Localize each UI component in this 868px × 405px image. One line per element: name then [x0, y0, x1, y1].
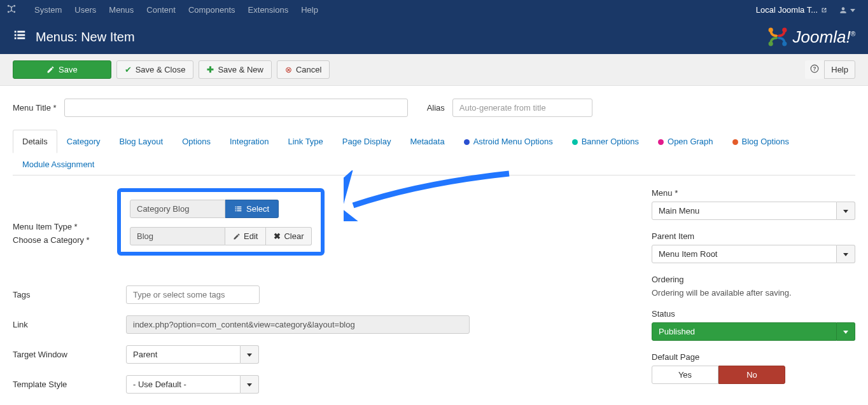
save-new-button[interactable]: ✚ Save & New: [199, 60, 272, 79]
menu-item-type-value: Category Blog: [130, 200, 225, 218]
cancel-icon: ⊗: [285, 65, 292, 74]
topnav-system[interactable]: System: [28, 5, 68, 15]
default-no-option[interactable]: No: [718, 366, 785, 384]
question-icon: ?: [810, 64, 819, 73]
tab-banner[interactable]: Banner Options: [563, 130, 648, 153]
save-label: Save: [59, 65, 78, 74]
cancel-label: Cancel: [296, 65, 321, 74]
title-alias-row: Menu Title * Alias: [13, 99, 855, 117]
svg-point-5: [782, 28, 787, 32]
page-title: Menus: New Item: [36, 30, 135, 45]
tab-metadata[interactable]: Metadata: [400, 130, 454, 153]
tab-banner-label: Banner Options: [582, 137, 639, 146]
tab-astroid-label: Astroid Menu Options: [473, 137, 553, 146]
tab-details[interactable]: Details: [13, 130, 57, 153]
chevron-down-icon: [850, 5, 855, 15]
svg-point-7: [782, 41, 787, 46]
alias-input[interactable]: [452, 99, 592, 117]
tab-blog-options-label: Blog Options: [742, 137, 789, 146]
save-new-label: Save & New: [218, 65, 263, 74]
tab-integration[interactable]: Integration: [220, 130, 278, 153]
tab-category[interactable]: Category: [57, 130, 110, 153]
user-icon: [839, 6, 848, 15]
help-icon-button[interactable]: ?: [805, 60, 824, 79]
edit-category-button[interactable]: Edit: [225, 227, 266, 245]
select-type-button[interactable]: Select: [225, 200, 279, 218]
target-window-value: Parent: [126, 345, 241, 364]
user-menu-dropdown[interactable]: [832, 5, 862, 15]
help-button[interactable]: Help: [824, 60, 855, 79]
topnav-content[interactable]: Content: [140, 5, 182, 15]
main-content: Menu Title * Alias Details Category Blog…: [0, 86, 868, 405]
template-style-label: Template Style: [13, 380, 126, 389]
joomla-brand: Joomla!®: [766, 25, 855, 48]
edit-label: Edit: [244, 231, 258, 241]
tags-input[interactable]: [130, 287, 255, 302]
pencil-icon: [233, 233, 241, 240]
clear-label: Clear: [284, 231, 304, 241]
topnav-extensions[interactable]: Extensions: [242, 5, 295, 15]
default-yes-option[interactable]: Yes: [652, 366, 718, 384]
x-icon: ✖: [274, 231, 281, 241]
svg-point-6: [768, 41, 773, 46]
link-value: index.php?option=com_content&view=catego…: [126, 315, 470, 334]
topnav-users[interactable]: Users: [68, 5, 102, 15]
topnav-help[interactable]: Help: [295, 5, 325, 15]
save-close-button[interactable]: ✔ Save & Close: [116, 60, 194, 79]
highlight-annotation: Category Blog Select Blog: [117, 188, 325, 256]
clear-category-button[interactable]: ✖ Clear: [266, 227, 312, 245]
plus-icon: ✚: [207, 65, 214, 74]
status-value: Published: [652, 322, 837, 341]
target-window-select[interactable]: Parent: [126, 345, 259, 364]
list-icon: [13, 28, 27, 46]
default-page-toggle[interactable]: Yes No: [652, 366, 785, 384]
tab-options[interactable]: Options: [172, 130, 220, 153]
svg-point-1: [13, 4, 15, 6]
external-link-icon: [821, 7, 827, 13]
select-btn-label: Select: [246, 204, 269, 214]
dot-icon: [732, 139, 738, 145]
tab-blog-layout[interactable]: Blog Layout: [110, 130, 173, 153]
menu-select-value: Main Menu: [652, 202, 837, 220]
template-style-value: - Use Default -: [126, 375, 241, 394]
category-value: Blog: [130, 227, 225, 245]
menu-title-input[interactable]: [64, 99, 408, 117]
page-header: Menus: New Item Joomla!®: [0, 20, 868, 54]
tab-opengraph[interactable]: Open Graph: [648, 130, 723, 153]
details-main-column: Menu Item Type * Category Blog Select: [13, 188, 626, 405]
tab-details-panel: Menu Item Type * Category Blog Select: [13, 175, 855, 405]
joomla-icon: [6, 4, 17, 17]
tab-blog-options[interactable]: Blog Options: [723, 130, 799, 153]
svg-point-2: [8, 11, 10, 13]
site-name-text: Local Joomla T...: [756, 5, 818, 15]
status-label: Status: [652, 309, 855, 319]
menu-title-label: Menu Title *: [13, 103, 57, 113]
tab-module-assignment[interactable]: Module Assignment: [13, 153, 104, 175]
tab-astroid[interactable]: Astroid Menu Options: [454, 130, 563, 153]
svg-point-4: [768, 28, 773, 32]
save-button[interactable]: Save: [13, 60, 111, 79]
tags-input-wrapper[interactable]: [126, 285, 260, 304]
topnav-components[interactable]: Components: [182, 5, 242, 15]
default-page-label: Default Page: [652, 352, 855, 362]
action-toolbar: Save ✔ Save & Close ✚ Save & New ⊗ Cance…: [0, 54, 868, 86]
joomla-brand-text: Joomla!®: [793, 27, 855, 47]
chevron-down-icon: [837, 245, 855, 263]
parent-item-select[interactable]: Menu Item Root: [652, 245, 855, 263]
tab-link-type[interactable]: Link Type: [278, 130, 332, 153]
template-style-select[interactable]: - Use Default -: [126, 375, 259, 394]
topnav-menus[interactable]: Menus: [102, 5, 140, 15]
ordering-label: Ordering: [652, 275, 855, 284]
target-window-label: Target Window: [13, 350, 126, 359]
tab-list: Details Category Blog Layout Options Int…: [13, 130, 855, 175]
chevron-down-icon: [241, 375, 259, 394]
chevron-down-icon: [837, 202, 855, 220]
cancel-button[interactable]: ⊗ Cancel: [277, 60, 330, 79]
site-frontend-link[interactable]: Local Joomla T...: [751, 5, 832, 15]
ordering-note: Ordering will be available after saving.: [652, 288, 855, 298]
alias-label: Alias: [427, 103, 445, 113]
menu-select[interactable]: Main Menu: [652, 202, 855, 220]
chevron-down-icon: [837, 322, 855, 341]
status-select[interactable]: Published: [652, 322, 855, 341]
tab-page-display[interactable]: Page Display: [333, 130, 401, 153]
